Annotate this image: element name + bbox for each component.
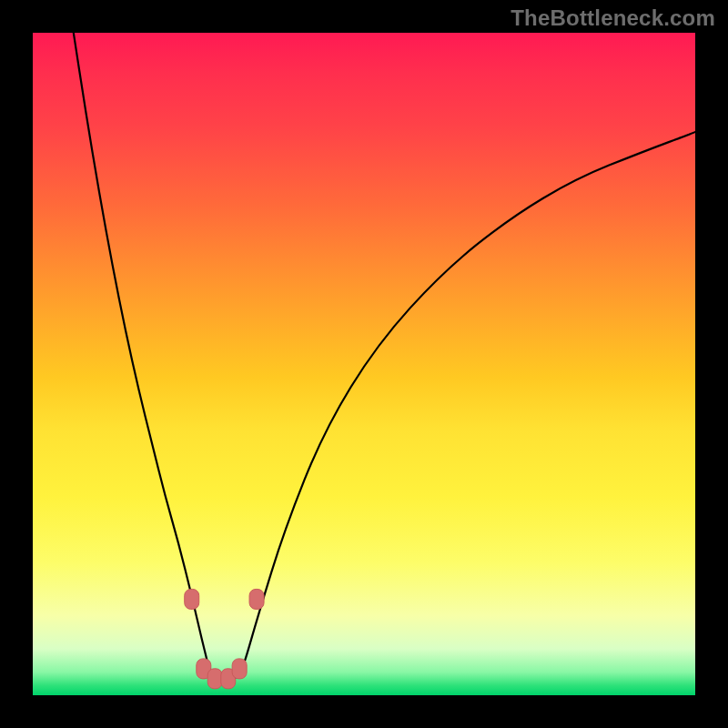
watermark-text: TheBottleneck.com <box>511 5 715 31</box>
curve-marker <box>232 659 247 679</box>
chart-frame: TheBottleneck.com <box>0 0 728 728</box>
chart-svg <box>33 33 695 695</box>
plot-area <box>33 33 695 695</box>
bottleneck-curve <box>73 33 695 679</box>
curve-marker <box>249 589 264 609</box>
curve-marker <box>185 589 199 609</box>
curve-marker <box>207 669 222 689</box>
